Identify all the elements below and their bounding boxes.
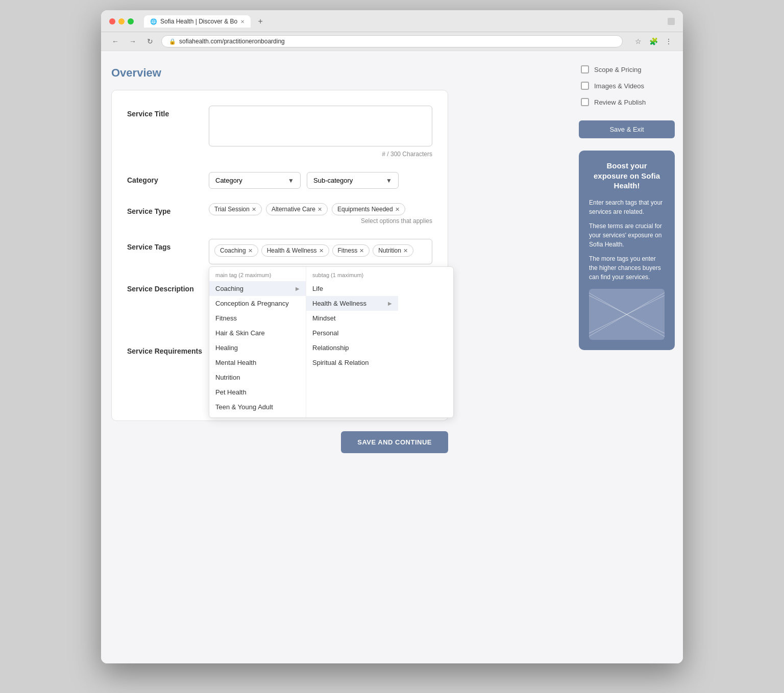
main-tag-teen[interactable]: Teen & Young Adult	[209, 400, 306, 414]
url-text: sofiahealth.com/practitioneronboarding	[179, 38, 285, 45]
service-type-tag-trial: Trial Session ✕	[209, 203, 262, 215]
boost-card: Boost your exposure on Sofia Health! Ent…	[579, 151, 675, 350]
arrow-icon: ▶	[296, 286, 300, 291]
subtag-label: Personal	[312, 329, 338, 337]
sidebar-item-images[interactable]: Images & Videos	[579, 78, 675, 94]
tag-label: Nutrition	[378, 247, 401, 254]
subtag-panel: subtag (1 maximum) Life Health & Wellnes…	[306, 267, 398, 417]
subtag-label: Mindset	[312, 314, 336, 322]
main-tag-label: Coaching	[215, 285, 243, 292]
subtag-health-wellness[interactable]: Health & Wellness ▶	[306, 296, 398, 311]
service-type-row: Service Type Trial Session ✕ Alternative…	[127, 203, 432, 225]
sidebar-checkbox-review[interactable]	[581, 98, 589, 106]
tag-label: Coaching	[220, 247, 246, 254]
extensions-icon[interactable]: 🧩	[647, 35, 659, 47]
window-control-icon	[668, 18, 675, 25]
traffic-lights	[109, 18, 134, 24]
tag-label: Health & Wellness	[267, 247, 317, 254]
sidebar-item-scope[interactable]: Scope & Pricing	[579, 61, 675, 78]
service-title-input[interactable]	[209, 106, 432, 146]
subtag-label: Spiritual & Relation	[312, 359, 369, 366]
subcategory-chevron-icon: ▼	[386, 177, 392, 184]
tab-close-icon[interactable]: ✕	[240, 19, 244, 24]
main-tag-label: Teen & Young Adult	[215, 403, 273, 411]
service-title-field: # / 300 Characters	[209, 106, 432, 158]
address-bar: ← → ↻ 🔒 sofiahealth.com/practitioneronbo…	[101, 32, 683, 51]
subtag-relationship[interactable]: Relationship	[306, 340, 398, 355]
main-tag-panel: main tag (2 maximum) Coaching ▶ Concepti…	[209, 267, 306, 417]
main-area: Overview Service Title # / 300 Character…	[101, 51, 571, 663]
remove-health-tag-icon[interactable]: ✕	[319, 247, 324, 254]
bookmark-icon[interactable]: ☆	[632, 35, 644, 47]
maximize-button[interactable]	[128, 18, 134, 24]
sidebar: Scope & Pricing Images & Videos Review &…	[571, 51, 683, 663]
remove-equipment-tag-icon[interactable]: ✕	[395, 206, 400, 213]
subtag-spiritual[interactable]: Spiritual & Relation	[306, 355, 398, 370]
main-tag-mental-health[interactable]: Mental Health	[209, 355, 306, 370]
category-dropdown[interactable]: Category ▼	[209, 172, 301, 189]
sidebar-checkbox-scope[interactable]	[581, 65, 589, 73]
forward-button[interactable]: →	[127, 35, 139, 47]
service-tags-container[interactable]: Coaching ✕ Health & Wellness ✕ Fitness ✕	[209, 239, 432, 264]
main-tag-label: Mental Health	[215, 359, 256, 366]
boost-text-1: Enter search tags that your services are…	[589, 198, 665, 216]
subtag-header: subtag (1 maximum)	[306, 270, 398, 281]
category-label: Category	[127, 172, 209, 184]
menu-icon[interactable]: ⋮	[663, 35, 675, 47]
service-title-row: Service Title # / 300 Characters	[127, 106, 432, 158]
remove-alternative-tag-icon[interactable]: ✕	[317, 206, 322, 213]
sidebar-item-review[interactable]: Review & Publish	[579, 94, 675, 110]
service-type-tag-alternative: Alternative Care ✕	[266, 203, 328, 215]
back-button[interactable]: ←	[109, 35, 121, 47]
refresh-button[interactable]: ↻	[144, 35, 156, 47]
service-tags-row: Service Tags Coaching ✕ Health & Wellnes…	[127, 239, 432, 266]
minimize-button[interactable]	[118, 18, 125, 24]
subtag-life[interactable]: Life	[306, 281, 398, 296]
service-tag-nutrition: Nutrition ✕	[373, 244, 413, 257]
service-type-tag-equipment: Equipments Needed ✕	[332, 203, 405, 215]
boost-title: Boost your exposure on Sofia Health!	[589, 161, 665, 191]
boost-text-2: These terms are crucial for your service…	[589, 221, 665, 249]
subcategory-value: Sub-category	[313, 177, 353, 184]
main-tag-label: Conception & Pregnancy	[215, 300, 289, 307]
subtag-label: Relationship	[312, 344, 349, 352]
remove-nutrition-tag-icon[interactable]: ✕	[403, 247, 408, 254]
tag-label: Alternative Care	[272, 206, 315, 213]
main-tag-coaching[interactable]: Coaching ▶	[209, 281, 306, 296]
remove-fitness-tag-icon[interactable]: ✕	[359, 247, 364, 254]
subtag-mindset[interactable]: Mindset	[306, 311, 398, 326]
save-exit-button[interactable]: Save & Exit	[579, 120, 675, 138]
new-tab-button[interactable]: +	[255, 16, 266, 27]
save-continue-button[interactable]: SAVE AND CONTINUE	[341, 431, 448, 453]
main-tag-header: main tag (2 maximum)	[209, 270, 306, 281]
service-tags-label: Service Tags	[127, 239, 209, 251]
main-tag-label: Nutrition	[215, 374, 240, 381]
close-button[interactable]	[109, 18, 115, 24]
main-tag-conception[interactable]: Conception & Pregnancy	[209, 296, 306, 311]
main-tag-label: Fitness	[215, 314, 237, 322]
main-tag-fitness[interactable]: Fitness	[209, 311, 306, 326]
main-tag-label: Hair & Skin Care	[215, 329, 265, 337]
service-description-label: Service Description	[127, 281, 209, 293]
remove-trial-tag-icon[interactable]: ✕	[252, 206, 256, 213]
main-tag-healing[interactable]: Healing	[209, 340, 306, 355]
main-tag-nutrition[interactable]: Nutrition	[209, 370, 306, 385]
sidebar-item-label: Images & Videos	[594, 82, 644, 90]
tag-label: Fitness	[338, 247, 358, 254]
subcategory-dropdown[interactable]: Sub-category ▼	[307, 172, 399, 189]
remove-coaching-tag-icon[interactable]: ✕	[248, 247, 253, 254]
main-tag-hair-skin[interactable]: Hair & Skin Care	[209, 326, 306, 340]
sidebar-checkbox-images[interactable]	[581, 82, 589, 90]
browser-actions: ☆ 🧩 ⋮	[632, 35, 675, 47]
browser-titlebar: 🌐 Sofia Health | Discover & Bo ✕ +	[101, 10, 683, 32]
main-tag-dropdown: main tag (2 maximum) Coaching ▶ Concepti…	[209, 266, 454, 418]
subtag-label: Life	[312, 285, 323, 292]
tag-label: Trial Session	[214, 206, 250, 213]
main-tag-pet-health[interactable]: Pet Health	[209, 385, 306, 400]
char-count: # / 300 Characters	[209, 151, 432, 158]
subtag-personal[interactable]: Personal	[306, 326, 398, 340]
boost-text-3: The more tags you enter the higher chanc…	[589, 254, 665, 282]
active-tab[interactable]: 🌐 Sofia Health | Discover & Bo ✕	[144, 15, 251, 28]
url-bar[interactable]: 🔒 sofiahealth.com/practitioneronboarding	[161, 35, 623, 47]
page-title: Overview	[111, 66, 560, 80]
